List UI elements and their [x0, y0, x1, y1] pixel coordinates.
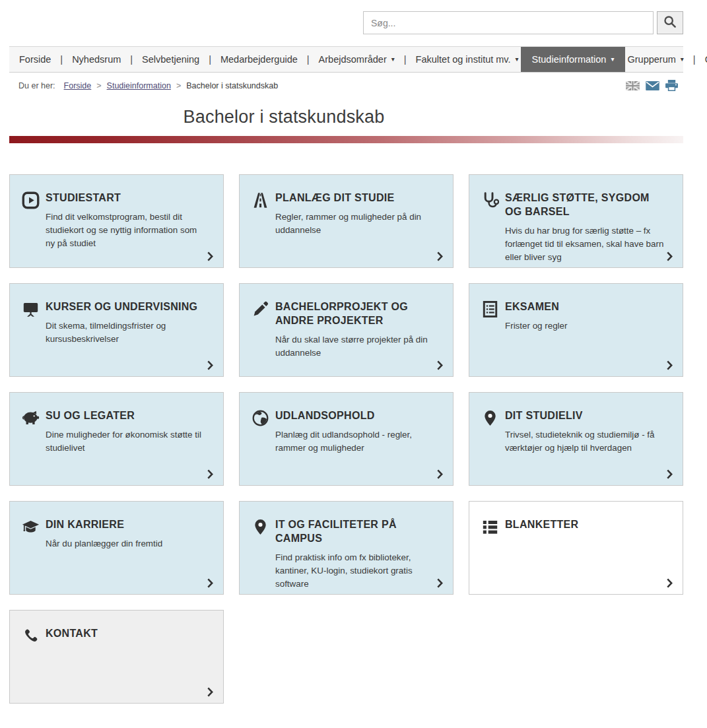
card-title: UDLANDSOPHOLD	[275, 409, 434, 422]
card-kontakt[interactable]: KONTAKT	[9, 610, 224, 704]
phone-icon	[22, 627, 40, 645]
card-description: Find praktisk info om fx biblioteker, ka…	[275, 551, 434, 591]
chevron-right-icon	[207, 578, 213, 588]
chevron-right-icon	[667, 469, 673, 479]
chevron-right-icon	[437, 469, 443, 479]
nav-separator: |	[307, 54, 310, 65]
chevron-right-icon	[437, 578, 443, 588]
pencil-icon	[252, 300, 269, 318]
chevron-right-icon	[437, 360, 443, 370]
nav-item-selvbetjening[interactable]: Selvbetjening	[140, 47, 201, 72]
nav-item-nyhedsrum[interactable]: Nyhedsrum	[70, 47, 123, 72]
card-studiestart[interactable]: STUDIESTARTFind dit velkomstprogram, bes…	[9, 174, 224, 268]
topic-card-grid: STUDIESTARTFind dit velkomstprogram, bes…	[9, 174, 683, 704]
globe-icon	[252, 409, 269, 427]
nav-item-label: Fakultet og institut mv.	[416, 54, 511, 65]
search-box	[363, 11, 683, 34]
email-icon[interactable]	[646, 81, 659, 90]
card-title: BACHELORPROJEKT OG ANDRE PROJEKTER	[275, 300, 434, 327]
list-icon	[481, 518, 499, 536]
card-s-rlig-st-tte-sygdom-og-barsel[interactable]: SÆRLIG STØTTE, SYGDOM OG BARSELHvis du h…	[469, 174, 683, 268]
nav-separator: |	[209, 54, 211, 65]
breadcrumb-current: Bachelor i statskundskab	[186, 81, 278, 90]
map-pin-icon	[252, 518, 269, 536]
play-icon	[22, 191, 40, 209]
search-button[interactable]	[657, 11, 683, 34]
chevron-right-icon	[667, 251, 673, 261]
breadcrumb-prefix: Du er her:	[9, 81, 55, 90]
card-title: DIT STUDIELIV	[505, 409, 664, 422]
nav-item-grupperum[interactable]: Grupperum▾	[625, 47, 685, 72]
breadcrumb: Du er her: Forside>Studieinformation> Ba…	[9, 80, 683, 91]
chevron-down-icon: ▾	[681, 56, 684, 63]
breadcrumb-separator: >	[176, 81, 181, 90]
nav-item-label: Studieinformation	[532, 54, 607, 65]
card-title: EKSAMEN	[505, 300, 664, 314]
chevron-down-icon: ▾	[391, 56, 395, 63]
breadcrumb-link-studieinformation[interactable]: Studieinformation	[107, 81, 171, 90]
nav-item-label: Om KU	[705, 54, 707, 65]
nav-item-arbejdsomr-der[interactable]: Arbejdsområder▾	[317, 47, 397, 72]
chevron-right-icon	[207, 360, 213, 370]
card-title: DIN KARRIERE	[46, 517, 205, 531]
page-header	[0, 0, 707, 46]
card-blanketter[interactable]: BLANKETTER	[469, 501, 683, 595]
nav-separator: |	[130, 54, 133, 65]
card-din-karriere[interactable]: DIN KARRIERENår du planlægger din fremti…	[9, 501, 224, 595]
nav-item-label: Selvbetjening	[142, 54, 199, 65]
card-kurser-og-undervisning[interactable]: KURSER OG UNDERVISNINGDit skema, tilmeld…	[9, 283, 224, 377]
card-dit-studieliv[interactable]: DIT STUDIELIVTrivsel, studieteknik og st…	[469, 392, 683, 486]
card-description: Når du planlægger din fremtid	[46, 537, 205, 550]
uk-flag-icon[interactable]	[626, 81, 640, 90]
card-description: Frister og regler	[505, 319, 664, 333]
screen-icon	[22, 300, 40, 318]
nav-item-om-ku[interactable]: Om KU	[703, 47, 707, 72]
card-udlandsophold[interactable]: UDLANDSOPHOLDPlanlæg dit udlandsophold -…	[239, 392, 454, 486]
card-description: Hvis du har brug for særlig støtte – fx …	[505, 224, 664, 264]
card-eksamen[interactable]: EKSAMENFrister og regler	[469, 283, 683, 377]
graduation-cap-icon	[22, 518, 40, 536]
card-su-og-legater[interactable]: SU OG LEGATERDine muligheder for økonomi…	[9, 392, 224, 486]
card-title: PLANLÆG DIT STUDIE	[275, 191, 434, 205]
nav-item-label: Grupperum	[627, 54, 675, 65]
nav-separator: |	[693, 54, 696, 65]
breadcrumb-links: Forside>Studieinformation>	[64, 81, 187, 90]
nav-item-label: Forside	[19, 54, 51, 65]
nav-separator: |	[404, 54, 407, 65]
road-icon	[252, 191, 269, 209]
main-navigation: Forside|Nyhedsrum|Selvbetjening|Medarbej…	[9, 46, 683, 73]
nav-item-medarbejderguide[interactable]: Medarbejderguide	[219, 47, 300, 72]
search-icon	[663, 15, 677, 31]
card-description: Når du skal lave større projekter på din…	[275, 333, 434, 360]
stethoscope-icon	[481, 191, 499, 209]
card-title: SU OG LEGATER	[46, 409, 205, 422]
chevron-down-icon: ▾	[611, 56, 614, 63]
chevron-right-icon	[207, 687, 213, 697]
document-list-icon	[481, 300, 499, 318]
card-description: Dine muligheder for økonomisk støtte til…	[46, 428, 205, 455]
chevron-right-icon	[667, 578, 673, 588]
card-title: KONTAKT	[46, 626, 205, 640]
nav-item-forside[interactable]: Forside	[17, 47, 53, 72]
card-description: Dit skema, tilmeldingsfrister og kursusb…	[46, 319, 205, 346]
card-planl-g-dit-studie[interactable]: PLANLÆG DIT STUDIERegler, rammer og muli…	[239, 174, 454, 268]
nav-item-fakultet-og-institut-mv[interactable]: Fakultet og institut mv.▾	[414, 47, 521, 72]
chevron-down-icon: ▾	[516, 56, 519, 63]
nav-item-label: Medarbejderguide	[220, 54, 298, 65]
card-title: IT OG FACILITETER PÅ CAMPUS	[275, 517, 434, 545]
print-icon[interactable]	[665, 80, 678, 91]
card-title: SÆRLIG STØTTE, SYGDOM OG BARSEL	[505, 191, 664, 218]
nav-separator: |	[60, 54, 63, 65]
card-description: Regler, rammer og muligheder på din udda…	[275, 211, 434, 237]
chevron-right-icon	[437, 251, 443, 261]
accent-gradient-bar	[9, 136, 683, 143]
page-tools	[626, 80, 678, 91]
card-description: Trivsel, studieteknik og studiemiljø - f…	[505, 428, 664, 455]
card-it-og-faciliteter-p-campus[interactable]: IT OG FACILITETER PÅ CAMPUSFind praktisk…	[239, 501, 454, 595]
card-bachelorprojekt-og-andre-projekter[interactable]: BACHELORPROJEKT OG ANDRE PROJEKTERNår du…	[239, 283, 454, 377]
search-input[interactable]	[363, 11, 654, 34]
card-description: Planlæg dit udlandsophold - regler, ramm…	[275, 428, 434, 455]
nav-item-studieinformation[interactable]: Studieinformation▾	[521, 47, 626, 72]
page-title: Bachelor i statskundskab	[9, 107, 558, 127]
breadcrumb-link-forside[interactable]: Forside	[64, 81, 92, 90]
